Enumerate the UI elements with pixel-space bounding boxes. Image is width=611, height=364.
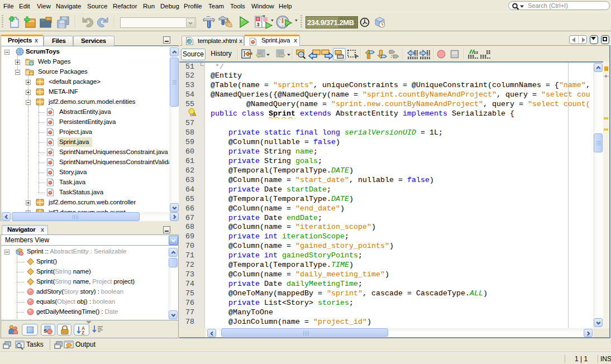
svg-text:3: 3 xyxy=(257,22,260,27)
svg-text:S: S xyxy=(44,328,47,334)
svg-text:Z: Z xyxy=(82,330,84,335)
